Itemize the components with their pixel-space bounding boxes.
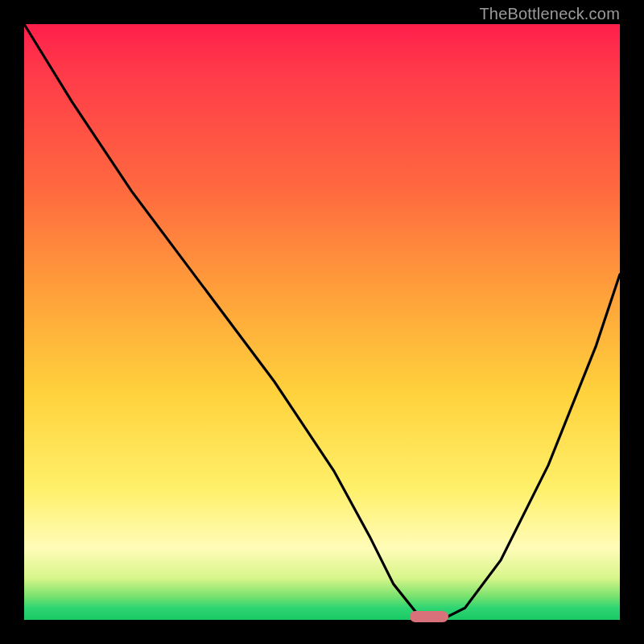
bottleneck-curve (24, 24, 620, 620)
chart-frame: TheBottleneck.com (0, 0, 644, 644)
watermark-text: TheBottleneck.com (479, 5, 620, 23)
sweet-spot-marker (410, 611, 448, 622)
plot-area (24, 24, 620, 620)
curve-path (24, 24, 620, 620)
